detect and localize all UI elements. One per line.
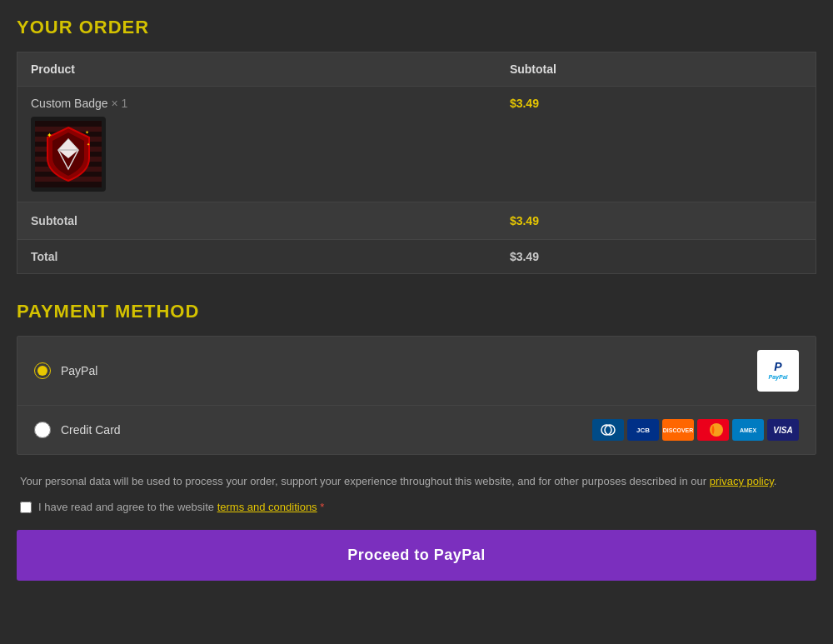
product-name: Custom Badge × 1 bbox=[31, 97, 483, 110]
total-row: Total $3.49 bbox=[17, 240, 816, 274]
proceed-button[interactable]: Proceed to PayPal bbox=[17, 530, 816, 581]
payment-options-container: PayPal P PayPal Credit Card bbox=[17, 336, 816, 455]
subtotal-row: Subtotal $3.49 bbox=[17, 202, 816, 240]
product-image: ✦ ✦ ✦ bbox=[31, 117, 106, 192]
order-table: Product Subtotal Custom Badge × 1 bbox=[17, 52, 816, 274]
product-column-header: Product bbox=[17, 52, 496, 87]
payment-section: PAYMENT METHOD PayPal P PayPal Credit Ca… bbox=[17, 301, 816, 455]
terms-checkbox[interactable] bbox=[20, 502, 32, 513]
discover-card-icon: DISCOVER bbox=[662, 419, 694, 441]
credit-card-radio[interactable] bbox=[34, 422, 51, 438]
subtotal-column-header: Subtotal bbox=[496, 52, 816, 87]
order-section-title: YOUR ORDER bbox=[17, 17, 816, 38]
required-star: * bbox=[320, 501, 324, 513]
credit-card-option[interactable]: Credit Card JCB DISCOVER bbox=[17, 406, 816, 454]
product-price: $3.49 bbox=[496, 87, 816, 202]
amex-card-icon: AMEX bbox=[732, 419, 764, 441]
privacy-policy-link[interactable]: privacy policy bbox=[710, 475, 774, 487]
paypal-label[interactable]: PayPal bbox=[61, 364, 757, 377]
privacy-notice: Your personal data will be used to proce… bbox=[17, 475, 816, 487]
terms-link[interactable]: terms and conditions bbox=[217, 501, 317, 513]
subtotal-label: Subtotal bbox=[17, 202, 496, 240]
total-label: Total bbox=[17, 240, 496, 274]
product-cell: Custom Badge × 1 bbox=[17, 87, 496, 202]
terms-row: I have read and agree to the website ter… bbox=[17, 501, 816, 513]
visa-card-icon: VISA bbox=[767, 419, 799, 441]
card-icons-container: JCB DISCOVER AMEX VISA bbox=[592, 419, 799, 441]
diners-card-icon bbox=[592, 419, 624, 441]
total-value: $3.49 bbox=[496, 240, 816, 274]
product-quantity: × 1 bbox=[112, 97, 128, 110]
table-row: Custom Badge × 1 bbox=[17, 87, 816, 202]
svg-text:✦: ✦ bbox=[47, 132, 52, 139]
jcb-card-icon: JCB bbox=[627, 419, 659, 441]
terms-label[interactable]: I have read and agree to the website ter… bbox=[38, 501, 324, 513]
svg-text:✦: ✦ bbox=[85, 130, 89, 135]
svg-point-18 bbox=[710, 423, 723, 437]
mastercard-icon bbox=[697, 419, 729, 441]
paypal-logo: P PayPal bbox=[757, 350, 799, 392]
paypal-option[interactable]: PayPal P PayPal bbox=[17, 337, 816, 406]
payment-section-title: PAYMENT METHOD bbox=[17, 301, 816, 322]
credit-card-label[interactable]: Credit Card bbox=[61, 423, 592, 437]
paypal-radio[interactable] bbox=[34, 362, 51, 379]
svg-text:✦: ✦ bbox=[87, 142, 90, 147]
subtotal-value: $3.49 bbox=[496, 202, 816, 240]
